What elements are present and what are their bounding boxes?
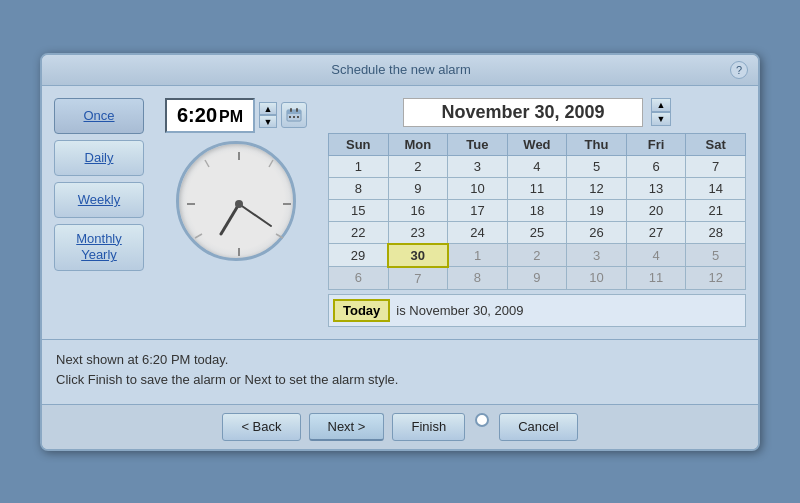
today-bar: Today is November 30, 2009 [328,294,746,327]
calendar-day[interactable]: 26 [567,221,627,244]
svg-line-14 [205,160,209,167]
svg-rect-1 [287,110,301,114]
calendar-day[interactable]: 22 [329,221,389,244]
calendar-nav: ▲ ▼ [651,98,671,126]
calendar-day[interactable]: 18 [507,199,567,221]
calendar-week-row: 293012345 [329,244,746,267]
calendar-day[interactable]: 15 [329,199,389,221]
finish-button[interactable]: Finish [392,413,465,441]
col-sat: Sat [686,133,746,155]
calendar-day[interactable]: 8 [329,177,389,199]
analog-clock [176,141,296,261]
svg-point-17 [235,200,243,208]
calendar-day[interactable]: 13 [626,177,686,199]
back-button[interactable]: < Back [222,413,300,441]
calendar-day[interactable]: 3 [448,155,508,177]
status-line1: Next shown at 6:20 PM today. [56,350,744,371]
status-line2: Click Finish to save the alarm or Next t… [56,370,744,391]
daily-button[interactable]: Daily [54,140,144,176]
calendar-day[interactable]: 7 [686,155,746,177]
time-display: 6:20PM ▲ ▼ [165,98,307,133]
calendar-day[interactable]: 12 [686,267,746,290]
next-button[interactable]: Next > [309,413,385,441]
calendar-picker-button[interactable] [281,102,307,128]
calendar-day[interactable]: 21 [686,199,746,221]
calendar-day[interactable]: 25 [507,221,567,244]
col-wed: Wed [507,133,567,155]
calendar-header: November 30, 2009 ▲ ▼ [328,98,746,127]
calendar-day[interactable]: 3 [567,244,627,267]
dialog-title: Schedule the new alarm [72,62,730,77]
calendar-day[interactable]: 8 [448,267,508,290]
calendar-day[interactable]: 14 [686,177,746,199]
clock-face [179,144,299,264]
time-ampm: PM [219,108,243,125]
col-sun: Sun [329,133,389,155]
svg-line-13 [195,234,202,238]
cancel-button[interactable]: Cancel [499,413,577,441]
calendar-day[interactable]: 11 [507,177,567,199]
calendar-day[interactable]: 16 [388,199,448,221]
calendar-day[interactable]: 4 [626,244,686,267]
calendar-day[interactable]: 6 [329,267,389,290]
svg-rect-2 [290,108,292,112]
calendar-day[interactable]: 7 [388,267,448,290]
calendar-day[interactable]: 20 [626,199,686,221]
dialog-titlebar: Schedule the new alarm ? [42,55,758,86]
calendar-prev-button[interactable]: ▲ [651,98,671,112]
calendar-day[interactable]: 10 [567,267,627,290]
col-tue: Tue [448,133,508,155]
col-mon: Mon [388,133,448,155]
calendar-day[interactable]: 28 [686,221,746,244]
clock-area: 6:20PM ▲ ▼ [156,98,316,327]
calendar-week-row: 22232425262728 [329,221,746,244]
calendar-next-button[interactable]: ▼ [651,112,671,126]
today-label: Today [333,299,390,322]
once-button[interactable]: Once [54,98,144,134]
calendar-header-row: Sun Mon Tue Wed Thu Fri Sat [329,133,746,155]
time-up-button[interactable]: ▲ [259,102,277,115]
recurrence-panel: Once Daily Weekly MonthlyYearly [54,98,144,327]
svg-rect-5 [293,116,295,118]
calendar-day[interactable]: 2 [507,244,567,267]
calendar-day[interactable]: 1 [448,244,508,267]
monthly-yearly-button[interactable]: MonthlyYearly [54,224,144,272]
calendar-day[interactable]: 5 [567,155,627,177]
calendar-day[interactable]: 27 [626,221,686,244]
calendar-grid: Sun Mon Tue Wed Thu Fri Sat 123456789101… [328,133,746,290]
calendar-week-row: 15161718192021 [329,199,746,221]
calendar-day[interactable]: 10 [448,177,508,199]
calendar-day[interactable]: 30 [388,244,448,267]
calendar-day[interactable]: 6 [626,155,686,177]
time-spinners: ▲ ▼ [259,102,277,128]
svg-line-15 [221,204,239,234]
calendar-day[interactable]: 29 [329,244,389,267]
svg-line-12 [276,234,283,238]
time-down-button[interactable]: ▼ [259,115,277,128]
calendar-day[interactable]: 19 [567,199,627,221]
weekly-button[interactable]: Weekly [54,182,144,218]
calendar-day[interactable]: 12 [567,177,627,199]
svg-rect-4 [289,116,291,118]
calendar-day[interactable]: 24 [448,221,508,244]
time-value[interactable]: 6:20PM [165,98,255,133]
calendar-day[interactable]: 4 [507,155,567,177]
calendar-day[interactable]: 2 [388,155,448,177]
calendar-day[interactable]: 1 [329,155,389,177]
radio-indicator [475,413,489,427]
col-fri: Fri [626,133,686,155]
calendar-week-row: 6789101112 [329,267,746,290]
calendar-day[interactable]: 23 [388,221,448,244]
calendar-day[interactable]: 9 [507,267,567,290]
calendar-day[interactable]: 17 [448,199,508,221]
svg-line-11 [269,160,273,167]
calendar-day[interactable]: 11 [626,267,686,290]
calendar-day[interactable]: 9 [388,177,448,199]
calendar-week-row: 891011121314 [329,177,746,199]
calendar-month-year: November 30, 2009 [403,98,643,127]
svg-rect-3 [296,108,298,112]
calendar-panel: November 30, 2009 ▲ ▼ Sun Mon Tue Wed Th… [328,98,746,327]
status-area: Next shown at 6:20 PM today. Click Finis… [42,339,758,404]
help-button[interactable]: ? [730,61,748,79]
calendar-day[interactable]: 5 [686,244,746,267]
